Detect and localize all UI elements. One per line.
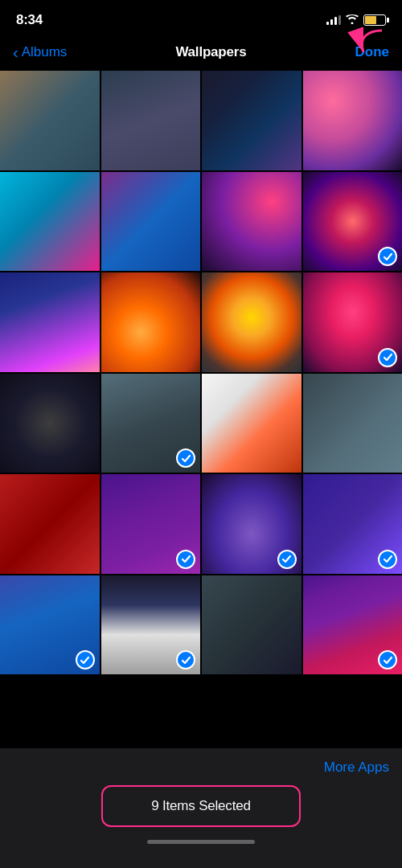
selected-count: 9 — [151, 798, 158, 813]
check-badge — [176, 650, 195, 669]
grid-cell[interactable] — [202, 374, 302, 473]
check-badge — [277, 550, 297, 569]
wallpaper-thumbnail — [0, 71, 100, 170]
grid-cell[interactable] — [0, 474, 100, 574]
wallpaper-thumbnail — [202, 575, 302, 675]
grid-cell[interactable] — [0, 374, 100, 473]
wallpaper-thumbnail — [101, 172, 201, 272]
grid-cell[interactable] — [303, 172, 403, 272]
wallpaper-thumbnail — [0, 374, 100, 473]
wallpaper-thumbnail — [0, 272, 100, 372]
more-apps-row: More Apps — [0, 755, 402, 782]
wallpaper-thumbnail — [101, 71, 201, 170]
grid-cell[interactable] — [0, 71, 100, 170]
wallpaper-thumbnail — [0, 474, 100, 574]
items-selected-button[interactable]: 9 Items Selected — [101, 785, 300, 827]
wifi-icon — [346, 14, 359, 27]
home-indicator — [147, 840, 255, 844]
selected-btn-container: 9 Items Selected — [0, 782, 402, 833]
nav-title: Wallpapers — [175, 44, 246, 60]
grid-cell[interactable] — [101, 474, 201, 574]
grid-cell[interactable] — [303, 71, 403, 170]
check-badge — [378, 650, 397, 669]
grid-cell[interactable] — [303, 374, 403, 473]
status-time: 8:34 — [16, 12, 43, 28]
grid-cell[interactable] — [202, 575, 302, 675]
wallpaper-thumbnail — [202, 172, 302, 272]
back-label: Albums — [22, 44, 68, 60]
check-badge — [176, 550, 195, 569]
grid-cell[interactable] — [101, 272, 201, 372]
check-badge — [378, 247, 397, 266]
grid-cell[interactable] — [202, 272, 302, 372]
grid-cell[interactable] — [101, 172, 201, 272]
status-icons — [326, 14, 386, 27]
wallpaper-thumbnail — [202, 71, 302, 170]
wallpaper-thumbnail — [202, 272, 302, 372]
wallpaper-thumbnail — [101, 272, 201, 372]
back-button[interactable]: ‹ Albums — [13, 44, 67, 60]
grid-cell[interactable] — [0, 575, 100, 675]
grid-cell[interactable] — [202, 474, 302, 574]
grid-cell[interactable] — [0, 172, 100, 272]
wallpaper-thumbnail — [303, 374, 403, 473]
check-badge — [378, 348, 397, 367]
wallpaper-thumbnail — [303, 71, 403, 170]
grid-cell[interactable] — [101, 575, 201, 675]
signal-bars-icon — [326, 15, 341, 25]
grid-cell[interactable] — [202, 172, 302, 272]
check-badge — [176, 448, 195, 468]
photo-grid — [0, 71, 402, 676]
grid-cell[interactable] — [101, 374, 201, 473]
battery-fill — [365, 16, 376, 24]
check-badge — [76, 650, 95, 669]
wallpaper-thumbnail — [0, 172, 100, 272]
status-bar: 8:34 — [0, 0, 402, 35]
nav-bar: ‹ Albums Wallpapers Done — [0, 35, 402, 71]
grid-cell[interactable] — [303, 575, 403, 675]
wallpaper-thumbnail — [202, 374, 302, 473]
grid-cell[interactable] — [303, 474, 403, 574]
grid-cell[interactable] — [101, 71, 201, 170]
bottom-area: More Apps 9 Items Selected — [0, 748, 402, 868]
check-badge — [378, 550, 397, 569]
chevron-left-icon: ‹ — [13, 44, 18, 60]
done-button[interactable]: Done — [355, 44, 390, 60]
grid-cell[interactable] — [0, 272, 100, 372]
grid-cell[interactable] — [202, 71, 302, 170]
selected-label: Items Selected — [162, 798, 251, 813]
battery-icon — [363, 14, 386, 26]
grid-cell[interactable] — [303, 272, 403, 372]
more-apps-button[interactable]: More Apps — [324, 760, 389, 776]
